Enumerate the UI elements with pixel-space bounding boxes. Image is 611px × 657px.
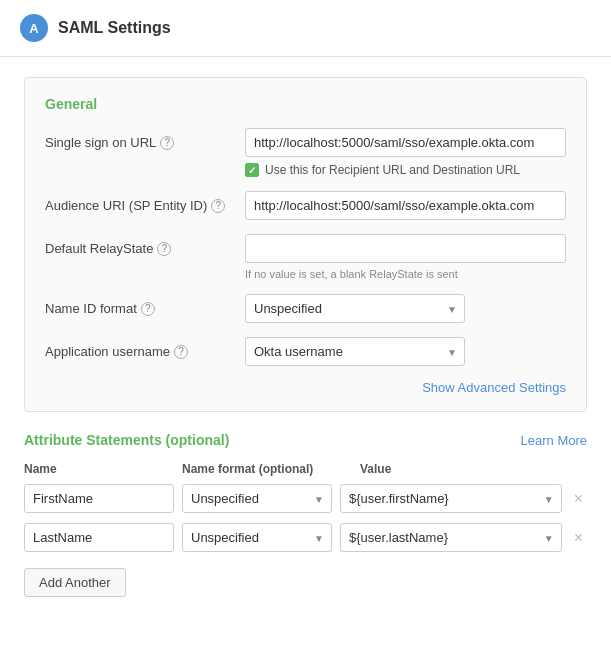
- relay-state-field: If no value is set, a blank RelayState i…: [245, 234, 566, 280]
- attr-row-2-format-wrapper: Unspecified URI Reference Basic ▼: [182, 523, 332, 552]
- app-username-select-wrapper: Okta username Email Custom ▼: [245, 337, 465, 366]
- col-header-name: Name: [24, 462, 174, 476]
- add-another-button[interactable]: Add Another: [24, 568, 126, 597]
- attr-row-2-value-wrapper: ${user.lastName} ${user.firstName} ${use…: [340, 523, 562, 552]
- attr-row-1-value-wrapper: ${user.firstName} ${user.lastName} ${use…: [340, 484, 562, 513]
- relay-state-row: Default RelayState ? If no value is set,…: [45, 234, 566, 280]
- attr-row-2-remove-button[interactable]: ×: [570, 530, 587, 546]
- app-username-select[interactable]: Okta username Email Custom: [245, 337, 465, 366]
- name-id-format-label: Name ID format ?: [45, 294, 245, 316]
- audience-uri-input[interactable]: [245, 191, 566, 220]
- header: A SAML Settings: [0, 0, 611, 57]
- name-id-format-help-icon[interactable]: ?: [141, 302, 155, 316]
- name-id-format-select[interactable]: Unspecified EmailAddress Persistent Tran…: [245, 294, 465, 323]
- show-advanced-settings-link[interactable]: Show Advanced Settings: [422, 380, 566, 395]
- name-id-format-field: Unspecified EmailAddress Persistent Tran…: [245, 294, 566, 323]
- avatar: A: [20, 14, 48, 42]
- recipient-url-label: Use this for Recipient URL and Destinati…: [265, 163, 520, 177]
- learn-more-link[interactable]: Learn More: [521, 433, 587, 448]
- app-username-field: Okta username Email Custom ▼: [245, 337, 566, 366]
- attribute-statements-section: Attribute Statements (optional) Learn Mo…: [24, 432, 587, 597]
- relay-state-label: Default RelayState ?: [45, 234, 245, 256]
- col-header-format: Name format (optional): [182, 462, 352, 476]
- page-title: SAML Settings: [58, 19, 171, 37]
- app-username-row: Application username ? Okta username Ema…: [45, 337, 566, 366]
- audience-uri-help-icon[interactable]: ?: [211, 199, 225, 213]
- attr-row-2-value-select[interactable]: ${user.lastName} ${user.firstName} ${use…: [340, 523, 562, 552]
- sso-url-help-icon[interactable]: ?: [160, 136, 174, 150]
- relay-state-help-icon[interactable]: ?: [157, 242, 171, 256]
- audience-uri-field: [245, 191, 566, 220]
- advanced-settings-link-container: Show Advanced Settings: [45, 380, 566, 395]
- attr-row-1: Unspecified URI Reference Basic ▼ ${user…: [24, 484, 587, 513]
- general-section-title: General: [45, 96, 566, 112]
- sso-url-row: Single sign on URL ? Use this for Recipi…: [45, 128, 566, 177]
- sso-url-checkbox-row: Use this for Recipient URL and Destinati…: [245, 163, 566, 177]
- attribute-statements-title: Attribute Statements (optional): [24, 432, 229, 448]
- content-area: General Single sign on URL ? Use this fo…: [0, 57, 611, 621]
- relay-state-hint: If no value is set, a blank RelayState i…: [245, 268, 566, 280]
- relay-state-input[interactable]: [245, 234, 566, 263]
- audience-uri-row: Audience URI (SP Entity ID) ?: [45, 191, 566, 220]
- attr-row-2-format-select[interactable]: Unspecified URI Reference Basic: [182, 523, 332, 552]
- app-username-label: Application username ?: [45, 337, 245, 359]
- audience-uri-label: Audience URI (SP Entity ID) ?: [45, 191, 245, 213]
- attr-row-1-format-wrapper: Unspecified URI Reference Basic ▼: [182, 484, 332, 513]
- sso-url-label: Single sign on URL ?: [45, 128, 245, 150]
- attribute-statements-header: Attribute Statements (optional) Learn Mo…: [24, 432, 587, 448]
- sso-url-field: Use this for Recipient URL and Destinati…: [245, 128, 566, 177]
- recipient-url-checkbox[interactable]: [245, 163, 259, 177]
- attr-row-1-remove-button[interactable]: ×: [570, 491, 587, 507]
- col-header-value: Value: [360, 462, 587, 476]
- attr-row-1-value-select[interactable]: ${user.firstName} ${user.lastName} ${use…: [340, 484, 562, 513]
- attr-row-2-name-input[interactable]: [24, 523, 174, 552]
- attr-col-headers: Name Name format (optional) Value: [24, 462, 587, 476]
- attr-row-2: Unspecified URI Reference Basic ▼ ${user…: [24, 523, 587, 552]
- general-section: General Single sign on URL ? Use this fo…: [24, 77, 587, 412]
- name-id-format-row: Name ID format ? Unspecified EmailAddres…: [45, 294, 566, 323]
- app-username-help-icon[interactable]: ?: [174, 345, 188, 359]
- sso-url-input[interactable]: [245, 128, 566, 157]
- page-wrapper: A SAML Settings General Single sign on U…: [0, 0, 611, 657]
- attr-row-1-format-select[interactable]: Unspecified URI Reference Basic: [182, 484, 332, 513]
- attr-row-1-name-input[interactable]: [24, 484, 174, 513]
- name-id-format-select-wrapper: Unspecified EmailAddress Persistent Tran…: [245, 294, 465, 323]
